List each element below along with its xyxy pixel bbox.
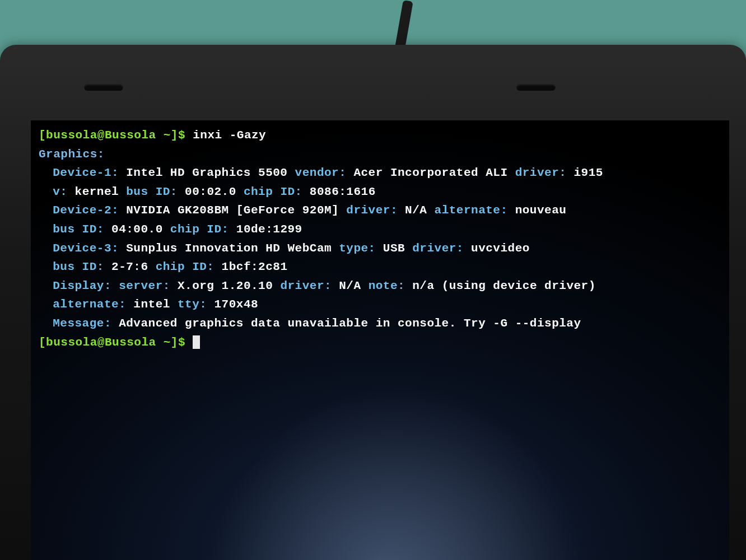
prompt2-userhost: bussola@Bussola	[46, 336, 156, 349]
message-label: Message:	[53, 317, 111, 330]
busid-value-3: 2-7:6	[104, 260, 156, 273]
chipid-value-2: 10de:1299	[229, 223, 302, 236]
device-1-label: Device-1:	[53, 166, 119, 179]
driver-value: i915	[566, 166, 603, 179]
display-line-2: alternate: intel tty: 170x48	[39, 295, 721, 314]
device-2-line-1: Device-2: NVIDIA GK208BM [GeForce 920M] …	[39, 201, 721, 220]
prompt-userhost: bussola@Bussola	[46, 129, 156, 142]
message-text: Advanced graphics data unavailable in co…	[111, 317, 581, 330]
device-2-line-2: bus ID: 04:00.0 chip ID: 10de:1299	[39, 220, 721, 239]
device-1-name: Intel HD Graphics 5500	[119, 166, 295, 179]
prompt-bracket-open: [	[39, 129, 46, 142]
busid-value-2: 04:00.0	[104, 223, 170, 236]
driver-value-3: uvcvideo	[464, 242, 530, 255]
driver-key-4: driver:	[280, 279, 332, 292]
note-value: n/a (using device driver)	[405, 279, 596, 292]
device-2-name: NVIDIA GK208BM [GeForce 920M]	[119, 204, 346, 217]
prompt2-path: ~	[156, 336, 171, 349]
alternate-key-2: alternate:	[53, 298, 126, 311]
v-key: v:	[53, 185, 67, 198]
server-value: X.org 1.20.10	[170, 279, 281, 292]
busid-value: 00:02.0	[178, 185, 244, 198]
busid-key: bus ID:	[126, 185, 178, 198]
prompt2-bracket-close: ]$	[171, 336, 193, 349]
display-label: Display:	[53, 279, 111, 292]
device-3-line-1: Device-3: Sunplus Innovation HD WebCam t…	[39, 239, 721, 258]
alternate-value-2: intel	[126, 298, 178, 311]
device-3-line-2: bus ID: 2-7:6 chip ID: 1bcf:2c81	[39, 258, 721, 277]
vendor-key: vendor:	[295, 166, 347, 179]
command-text: inxi -Gazy	[193, 129, 266, 142]
prompt-bracket-close: ]$	[171, 129, 193, 142]
message-line: Message: Advanced graphics data unavaila…	[39, 314, 721, 333]
note-key: note:	[369, 279, 405, 292]
cursor-icon	[193, 335, 200, 348]
driver-key-2: driver:	[346, 204, 398, 217]
v-value: kernel	[67, 185, 126, 198]
busid-key-3: bus ID:	[53, 260, 104, 273]
laptop-bezel: [bussola@Bussola ~]$ inxi -Gazy Graphics…	[0, 45, 746, 560]
device-1-line-1: Device-1: Intel HD Graphics 5500 vendor:…	[39, 164, 721, 183]
chipid-key: chip ID:	[244, 185, 302, 198]
alternate-key: alternate:	[435, 204, 508, 217]
graphics-header: Graphics:	[39, 148, 105, 161]
driver-key-3: driver:	[412, 242, 464, 255]
driver-value-4: N/A	[332, 279, 369, 292]
chipid-key-2: chip ID:	[170, 223, 229, 236]
chipid-value-3: 1bcf:2c81	[214, 260, 287, 273]
bezel-slot-right	[516, 84, 556, 91]
type-value: USB	[376, 242, 413, 255]
section-header: Graphics:	[39, 145, 721, 164]
vendor-value: Acer Incorporated ALI	[346, 166, 515, 179]
server-key: server:	[111, 279, 170, 292]
type-key: type:	[339, 242, 376, 255]
chipid-key-3: chip ID:	[156, 260, 215, 273]
device-1-line-2: v: kernel bus ID: 00:02.0 chip ID: 8086:…	[39, 183, 721, 202]
prompt2-bracket-open: [	[39, 336, 46, 349]
bezel-slot-left	[84, 84, 123, 91]
prompt-line-1: [bussola@Bussola ~]$ inxi -Gazy	[39, 126, 721, 145]
prompt-line-2[interactable]: [bussola@Bussola ~]$	[39, 333, 721, 352]
device-3-name: Sunplus Innovation HD WebCam	[119, 242, 339, 255]
driver-key: driver:	[515, 166, 567, 179]
screen-glare	[206, 384, 590, 560]
driver-value-2: N/A	[398, 204, 435, 217]
chipid-value: 8086:1616	[302, 185, 376, 198]
alternate-value: nouveau	[508, 204, 567, 217]
tty-key: tty:	[178, 298, 207, 311]
terminal-screen[interactable]: [bussola@Bussola ~]$ inxi -Gazy Graphics…	[31, 120, 729, 560]
device-2-label: Device-2:	[53, 204, 119, 217]
display-line-1: Display: server: X.org 1.20.10 driver: N…	[39, 277, 721, 296]
prompt-path: ~	[156, 129, 171, 142]
tty-value: 170x48	[207, 298, 258, 311]
busid-key-2: bus ID:	[53, 223, 104, 236]
device-3-label: Device-3:	[53, 242, 119, 255]
